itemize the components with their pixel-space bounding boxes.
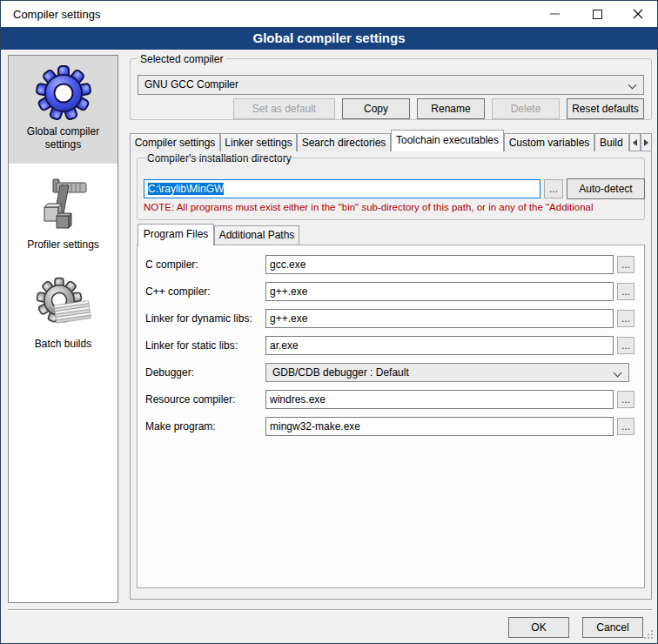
- resize-grip[interactable]: [651, 637, 653, 639]
- tab-linker-settings[interactable]: Linker settings: [220, 133, 297, 151]
- cpp-compiler-label: C++ compiler:: [145, 285, 211, 298]
- settings-category-list: Global compiler settings Profil: [8, 55, 118, 603]
- maximize-icon: [593, 10, 602, 19]
- sidebar-item-profiler-settings[interactable]: Profiler settings: [9, 164, 118, 261]
- minimize-button[interactable]: [535, 1, 574, 27]
- footer-separator: [8, 609, 652, 611]
- reset-defaults-button[interactable]: Reset defaults: [567, 98, 644, 119]
- arrow-right-icon: [644, 139, 648, 146]
- linker-dynamic-browse-button[interactable]: ...: [617, 310, 634, 327]
- install-dir-input[interactable]: C:\raylib\MinGW: [144, 179, 540, 198]
- chevron-down-icon: [614, 369, 622, 378]
- tab-toolchain-executables[interactable]: Toolchain executables: [391, 130, 504, 151]
- arrow-left-icon: [633, 139, 637, 146]
- linker-static-label: Linker for static libs:: [145, 339, 238, 352]
- c-compiler-browse-button[interactable]: ...: [617, 256, 634, 273]
- blue-gear-icon: [36, 64, 91, 120]
- subtab-additional-paths[interactable]: Additional Paths: [214, 225, 299, 245]
- cpp-compiler-browse-button[interactable]: ...: [617, 283, 634, 300]
- resource-compiler-label: Resource compiler:: [145, 393, 235, 406]
- maximize-button[interactable]: [578, 1, 617, 27]
- sidebar-item-label: Batch builds: [16, 338, 111, 351]
- linker-dynamic-label: Linker for dynamic libs:: [145, 312, 252, 325]
- rename-button[interactable]: Rename: [417, 98, 485, 119]
- linker-static-input[interactable]: ar.exe: [265, 336, 614, 355]
- close-button[interactable]: [618, 1, 657, 27]
- set-as-default-button[interactable]: Set as default: [233, 98, 335, 119]
- auto-detect-button[interactable]: Auto-detect: [567, 178, 645, 199]
- install-dir-selected-text: C:\raylib\MinGW: [148, 183, 224, 195]
- debugger-select-value: GDB/CDB debugger : Default: [272, 366, 409, 379]
- sidebar-item-global-compiler-settings[interactable]: Global compiler settings: [9, 56, 118, 164]
- tab-custom-variables[interactable]: Custom variables: [504, 133, 594, 151]
- install-dir-note: NOTE: All programs must exist either in …: [144, 202, 643, 212]
- copy-button[interactable]: Copy: [342, 98, 410, 119]
- chevron-down-icon: [628, 81, 637, 90]
- resource-compiler-input[interactable]: windres.exe: [265, 390, 614, 409]
- compiler-select-value: GNU GCC Compiler: [144, 78, 238, 91]
- make-program-input[interactable]: mingw32-make.exe: [265, 417, 614, 436]
- caliper-icon: [36, 178, 91, 233]
- debugger-label: Debugger:: [145, 366, 194, 379]
- c-compiler-input[interactable]: gcc.exe: [265, 255, 614, 274]
- linker-dynamic-input[interactable]: g++.exe: [265, 309, 614, 328]
- compiler-settings-dialog: Compiler settings Global compiler settin…: [0, 0, 658, 644]
- subtab-program-files[interactable]: Program Files: [138, 224, 214, 245]
- c-compiler-label: C compiler:: [145, 258, 198, 271]
- selected-compiler-legend: Selected compiler: [137, 54, 226, 64]
- debugger-select[interactable]: GDB/CDB debugger : Default: [265, 363, 629, 382]
- window-title: Compiler settings: [13, 8, 100, 21]
- linker-static-browse-button[interactable]: ...: [617, 337, 634, 354]
- ok-button[interactable]: OK: [508, 617, 569, 638]
- tab-scroll-left-button[interactable]: [629, 133, 641, 151]
- minimize-icon: [550, 13, 560, 15]
- close-icon: [633, 9, 643, 19]
- gray-gear-stack-icon: [36, 277, 91, 332]
- title-bar: Compiler settings: [1, 1, 657, 27]
- install-dir-browse-button[interactable]: ...: [544, 179, 563, 198]
- make-program-label: Make program:: [145, 420, 216, 433]
- tab-search-directories[interactable]: Search directories: [297, 133, 391, 151]
- dialog-header: Global compiler settings: [1, 27, 657, 50]
- cancel-button[interactable]: Cancel: [582, 617, 643, 638]
- sidebar-item-label: Profiler settings: [16, 238, 111, 252]
- delete-button[interactable]: Delete: [492, 98, 560, 119]
- tab-scroll-right-button[interactable]: [641, 133, 652, 151]
- compiler-select[interactable]: GNU GCC Compiler: [138, 75, 644, 95]
- make-program-browse-button[interactable]: ...: [617, 418, 634, 435]
- sidebar-item-batch-builds[interactable]: Batch builds: [9, 261, 118, 364]
- tab-build-options[interactable]: Build: [594, 133, 629, 151]
- resource-compiler-browse-button[interactable]: ...: [617, 391, 634, 408]
- sidebar-item-label: Global compiler settings: [16, 125, 111, 151]
- tab-compiler-settings[interactable]: Compiler settings: [130, 133, 220, 151]
- cpp-compiler-input[interactable]: g++.exe: [265, 282, 614, 301]
